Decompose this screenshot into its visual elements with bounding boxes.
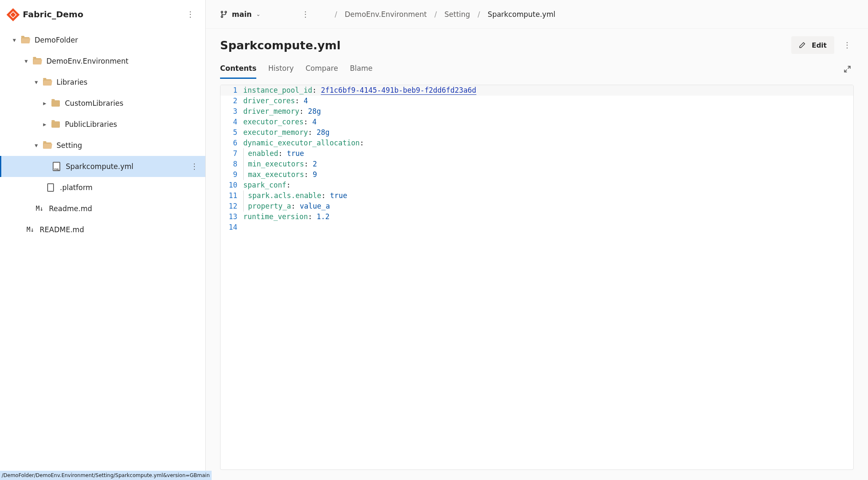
- folder-icon: [32, 56, 42, 66]
- line-number: 10: [220, 180, 243, 190]
- code-line: 7 enabled: true: [220, 148, 853, 159]
- code-line: 11 spark.acls.enable: true: [220, 190, 853, 201]
- tab-contents[interactable]: Contents: [220, 61, 256, 79]
- line-number: 7: [220, 148, 243, 159]
- line-number: 14: [220, 222, 243, 233]
- code-text: max_executors: 9: [243, 169, 317, 180]
- more-vertical-icon: ⋮: [187, 11, 194, 18]
- main: main ⌄ ⋮ / DemoEnv.Environment / Setting…: [206, 0, 868, 480]
- more-vertical-icon: ⋮: [302, 11, 309, 18]
- tree-label: CustomLibraries: [65, 99, 124, 107]
- file-title: Sparkcompute.yml: [220, 39, 791, 52]
- code-text: property_a: value_a: [243, 201, 330, 212]
- breadcrumb-seg[interactable]: DemoEnv.Environment: [345, 10, 427, 19]
- tree-row-setting[interactable]: Setting: [0, 135, 205, 156]
- branch-selector[interactable]: main ⌄: [220, 10, 261, 19]
- tree-row-readme-outer[interactable]: M↓ README.md: [0, 219, 205, 240]
- tree-row-libraries[interactable]: Libraries: [0, 72, 205, 93]
- breadcrumb-sep: /: [435, 10, 437, 19]
- code-text: executor_memory: 28g: [243, 127, 330, 138]
- file-more-button[interactable]: ⋮: [840, 38, 854, 52]
- line-number: 3: [220, 106, 243, 117]
- breadcrumb-sep: /: [335, 10, 337, 19]
- code-container: 1instance_pool_id: 2f1c6bf9-4145-491b-be…: [206, 79, 868, 480]
- code-line: 12 property_a: value_a: [220, 201, 853, 212]
- code-line: 3driver_memory: 28g: [220, 106, 853, 117]
- svg-point-2: [221, 16, 223, 17]
- svg-point-1: [225, 11, 227, 13]
- tree-row-customlibraries[interactable]: CustomLibraries: [0, 93, 205, 114]
- folder-icon: [20, 35, 30, 45]
- chevron-right-icon: [40, 121, 49, 128]
- code-text: min_executors: 2: [243, 159, 317, 169]
- code-viewer[interactable]: 1instance_pool_id: 2f1c6bf9-4145-491b-be…: [220, 85, 854, 470]
- tree-label: Sparkcompute.yml: [66, 162, 134, 171]
- code-line: 13runtime_version: 1.2: [220, 212, 853, 222]
- line-number: 6: [220, 138, 243, 148]
- branch-more-button[interactable]: ⋮: [298, 8, 312, 21]
- tab-history[interactable]: History: [268, 61, 293, 79]
- edit-label: Edit: [812, 41, 827, 49]
- breadcrumb-sep: /: [478, 10, 480, 19]
- chevron-down-icon: [10, 36, 19, 44]
- tree-label: Libraries: [56, 78, 87, 86]
- tree-label: README.md: [40, 225, 84, 234]
- chevron-down-icon: [22, 57, 30, 65]
- tree-row-demoenv[interactable]: DemoEnv.Environment: [0, 51, 205, 72]
- line-number: 8: [220, 159, 243, 169]
- app-root: Fabric_Demo ⋮ DemoFolder DemoEnv.Environ…: [0, 0, 868, 480]
- code-line: 2driver_cores: 4: [220, 96, 853, 106]
- tab-blame[interactable]: Blame: [350, 61, 373, 79]
- code-text: spark.acls.enable: true: [243, 190, 347, 201]
- breadcrumb: / DemoEnv.Environment / Setting / Sparkc…: [327, 10, 555, 19]
- row-more-button[interactable]: ⋮: [191, 163, 198, 170]
- repo-title: Fabric_Demo: [23, 9, 183, 19]
- file-tabs: Contents History Compare Blame: [206, 54, 868, 79]
- expand-button[interactable]: [841, 63, 854, 77]
- sidebar-more-button[interactable]: ⋮: [183, 8, 197, 21]
- code-line: 6dynamic_executor_allocation:: [220, 138, 853, 148]
- tree-row-sparkcompute[interactable]: Sparkcompute.yml ⋮: [0, 156, 205, 177]
- line-number: 5: [220, 127, 243, 138]
- edit-button[interactable]: Edit: [791, 36, 834, 54]
- breadcrumb-seg-current: Sparkcompute.yml: [488, 10, 556, 19]
- tab-compare[interactable]: Compare: [306, 61, 338, 79]
- chevron-down-icon: ⌄: [256, 11, 261, 17]
- tree-row-publiclibraries[interactable]: PublicLibraries: [0, 114, 205, 135]
- chevron-down-icon: [32, 142, 40, 149]
- line-number: 2: [220, 96, 243, 106]
- tree-label: DemoFolder: [35, 36, 78, 44]
- file-tree: DemoFolder DemoEnv.Environment Libraries…: [0, 29, 205, 480]
- tree-label: DemoEnv.Environment: [46, 57, 129, 65]
- chevron-right-icon: [40, 99, 49, 107]
- tree-row-platform[interactable]: .platform: [0, 177, 205, 198]
- code-text: driver_memory: 28g: [243, 106, 321, 117]
- code-text: instance_pool_id: 2f1c6bf9-4145-491b-beb…: [243, 85, 476, 96]
- repo-icon: [6, 8, 19, 21]
- code-line: 5executor_memory: 28g: [220, 127, 853, 138]
- code-line: 9 max_executors: 9: [220, 169, 853, 180]
- top-bar: main ⌄ ⋮ / DemoEnv.Environment / Setting…: [206, 0, 868, 29]
- tree-row-readme-inner[interactable]: M↓ Readme.md: [0, 198, 205, 219]
- folder-icon: [51, 98, 61, 108]
- status-bar-url: /DemoFolder/DemoEnv.Environment/Setting/…: [0, 471, 212, 480]
- more-vertical-icon: ⋮: [844, 41, 851, 49]
- markdown-icon: M↓: [35, 204, 45, 214]
- file-icon: [46, 182, 56, 193]
- branch-icon: [220, 11, 228, 18]
- code-text: enabled: true: [243, 148, 304, 159]
- code-line: 4executor_cores: 4: [220, 117, 853, 127]
- tree-label: Readme.md: [49, 204, 92, 213]
- sidebar: Fabric_Demo ⋮ DemoFolder DemoEnv.Environ…: [0, 0, 206, 480]
- code-line: 1instance_pool_id: 2f1c6bf9-4145-491b-be…: [220, 85, 853, 96]
- tree-label: Setting: [56, 141, 82, 150]
- code-line: 14: [220, 222, 853, 233]
- folder-icon: [42, 77, 52, 87]
- code-line: 8 min_executors: 2: [220, 159, 853, 169]
- code-text: spark_conf:: [243, 180, 291, 190]
- tree-label: PublicLibraries: [65, 120, 117, 129]
- tree-row-demofolder[interactable]: DemoFolder: [0, 29, 205, 51]
- breadcrumb-seg[interactable]: Setting: [444, 10, 470, 19]
- svg-point-0: [221, 11, 223, 13]
- code-text: driver_cores: 4: [243, 96, 308, 106]
